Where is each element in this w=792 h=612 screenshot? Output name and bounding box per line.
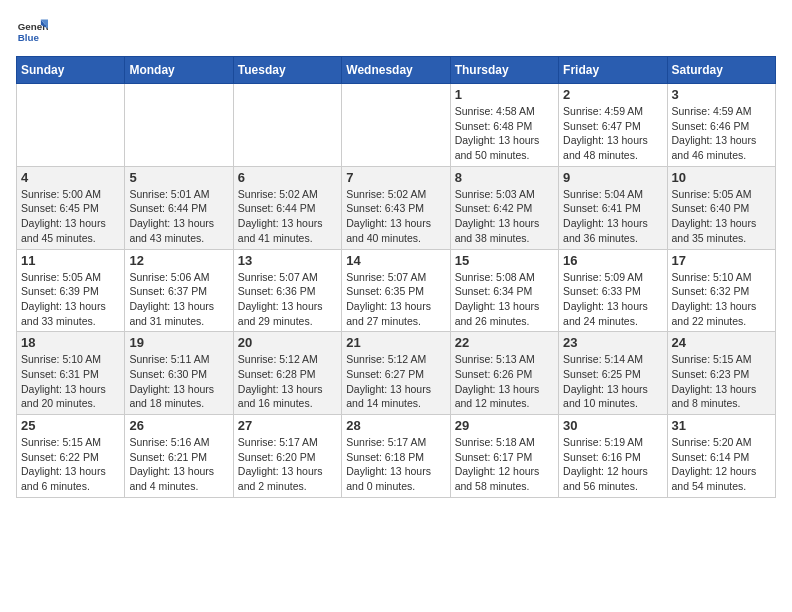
day-cell: 3Sunrise: 4:59 AM Sunset: 6:46 PM Daylig… bbox=[667, 84, 775, 167]
day-info: Sunrise: 5:15 AM Sunset: 6:22 PM Dayligh… bbox=[21, 435, 120, 494]
week-row-5: 25Sunrise: 5:15 AM Sunset: 6:22 PM Dayli… bbox=[17, 415, 776, 498]
day-cell: 17Sunrise: 5:10 AM Sunset: 6:32 PM Dayli… bbox=[667, 249, 775, 332]
day-info: Sunrise: 5:01 AM Sunset: 6:44 PM Dayligh… bbox=[129, 187, 228, 246]
day-info: Sunrise: 5:17 AM Sunset: 6:18 PM Dayligh… bbox=[346, 435, 445, 494]
day-cell: 5Sunrise: 5:01 AM Sunset: 6:44 PM Daylig… bbox=[125, 166, 233, 249]
day-number: 26 bbox=[129, 418, 228, 433]
day-cell: 19Sunrise: 5:11 AM Sunset: 6:30 PM Dayli… bbox=[125, 332, 233, 415]
day-info: Sunrise: 5:08 AM Sunset: 6:34 PM Dayligh… bbox=[455, 270, 554, 329]
day-cell: 12Sunrise: 5:06 AM Sunset: 6:37 PM Dayli… bbox=[125, 249, 233, 332]
day-info: Sunrise: 5:16 AM Sunset: 6:21 PM Dayligh… bbox=[129, 435, 228, 494]
day-info: Sunrise: 4:58 AM Sunset: 6:48 PM Dayligh… bbox=[455, 104, 554, 163]
day-number: 15 bbox=[455, 253, 554, 268]
day-cell: 8Sunrise: 5:03 AM Sunset: 6:42 PM Daylig… bbox=[450, 166, 558, 249]
day-number: 2 bbox=[563, 87, 662, 102]
day-info: Sunrise: 5:12 AM Sunset: 6:28 PM Dayligh… bbox=[238, 352, 337, 411]
day-cell: 11Sunrise: 5:05 AM Sunset: 6:39 PM Dayli… bbox=[17, 249, 125, 332]
header-sunday: Sunday bbox=[17, 57, 125, 84]
day-number: 28 bbox=[346, 418, 445, 433]
header-tuesday: Tuesday bbox=[233, 57, 341, 84]
day-number: 30 bbox=[563, 418, 662, 433]
day-number: 25 bbox=[21, 418, 120, 433]
day-number: 18 bbox=[21, 335, 120, 350]
day-cell: 6Sunrise: 5:02 AM Sunset: 6:44 PM Daylig… bbox=[233, 166, 341, 249]
day-info: Sunrise: 5:07 AM Sunset: 6:36 PM Dayligh… bbox=[238, 270, 337, 329]
day-number: 8 bbox=[455, 170, 554, 185]
day-cell: 23Sunrise: 5:14 AM Sunset: 6:25 PM Dayli… bbox=[559, 332, 667, 415]
day-info: Sunrise: 5:00 AM Sunset: 6:45 PM Dayligh… bbox=[21, 187, 120, 246]
day-cell: 28Sunrise: 5:17 AM Sunset: 6:18 PM Dayli… bbox=[342, 415, 450, 498]
day-cell bbox=[342, 84, 450, 167]
day-cell: 31Sunrise: 5:20 AM Sunset: 6:14 PM Dayli… bbox=[667, 415, 775, 498]
day-cell: 1Sunrise: 4:58 AM Sunset: 6:48 PM Daylig… bbox=[450, 84, 558, 167]
page-header: General Blue bbox=[16, 16, 776, 48]
day-info: Sunrise: 5:20 AM Sunset: 6:14 PM Dayligh… bbox=[672, 435, 771, 494]
day-cell: 29Sunrise: 5:18 AM Sunset: 6:17 PM Dayli… bbox=[450, 415, 558, 498]
day-cell bbox=[17, 84, 125, 167]
day-number: 22 bbox=[455, 335, 554, 350]
day-number: 24 bbox=[672, 335, 771, 350]
day-cell: 4Sunrise: 5:00 AM Sunset: 6:45 PM Daylig… bbox=[17, 166, 125, 249]
day-cell: 20Sunrise: 5:12 AM Sunset: 6:28 PM Dayli… bbox=[233, 332, 341, 415]
day-number: 9 bbox=[563, 170, 662, 185]
day-info: Sunrise: 5:04 AM Sunset: 6:41 PM Dayligh… bbox=[563, 187, 662, 246]
day-cell: 22Sunrise: 5:13 AM Sunset: 6:26 PM Dayli… bbox=[450, 332, 558, 415]
day-cell: 24Sunrise: 5:15 AM Sunset: 6:23 PM Dayli… bbox=[667, 332, 775, 415]
week-row-3: 11Sunrise: 5:05 AM Sunset: 6:39 PM Dayli… bbox=[17, 249, 776, 332]
day-cell: 2Sunrise: 4:59 AM Sunset: 6:47 PM Daylig… bbox=[559, 84, 667, 167]
day-number: 5 bbox=[129, 170, 228, 185]
header-friday: Friday bbox=[559, 57, 667, 84]
day-cell: 7Sunrise: 5:02 AM Sunset: 6:43 PM Daylig… bbox=[342, 166, 450, 249]
day-number: 4 bbox=[21, 170, 120, 185]
day-number: 11 bbox=[21, 253, 120, 268]
day-number: 23 bbox=[563, 335, 662, 350]
day-cell: 30Sunrise: 5:19 AM Sunset: 6:16 PM Dayli… bbox=[559, 415, 667, 498]
day-cell: 9Sunrise: 5:04 AM Sunset: 6:41 PM Daylig… bbox=[559, 166, 667, 249]
weekday-header-row: SundayMondayTuesdayWednesdayThursdayFrid… bbox=[17, 57, 776, 84]
day-number: 7 bbox=[346, 170, 445, 185]
day-number: 19 bbox=[129, 335, 228, 350]
day-cell bbox=[233, 84, 341, 167]
day-cell bbox=[125, 84, 233, 167]
day-info: Sunrise: 5:10 AM Sunset: 6:32 PM Dayligh… bbox=[672, 270, 771, 329]
day-cell: 25Sunrise: 5:15 AM Sunset: 6:22 PM Dayli… bbox=[17, 415, 125, 498]
day-info: Sunrise: 5:15 AM Sunset: 6:23 PM Dayligh… bbox=[672, 352, 771, 411]
day-info: Sunrise: 5:14 AM Sunset: 6:25 PM Dayligh… bbox=[563, 352, 662, 411]
day-cell: 15Sunrise: 5:08 AM Sunset: 6:34 PM Dayli… bbox=[450, 249, 558, 332]
logo: General Blue bbox=[16, 16, 48, 48]
day-cell: 16Sunrise: 5:09 AM Sunset: 6:33 PM Dayli… bbox=[559, 249, 667, 332]
header-saturday: Saturday bbox=[667, 57, 775, 84]
day-info: Sunrise: 5:07 AM Sunset: 6:35 PM Dayligh… bbox=[346, 270, 445, 329]
day-cell: 21Sunrise: 5:12 AM Sunset: 6:27 PM Dayli… bbox=[342, 332, 450, 415]
day-number: 20 bbox=[238, 335, 337, 350]
calendar-table: SundayMondayTuesdayWednesdayThursdayFrid… bbox=[16, 56, 776, 498]
week-row-1: 1Sunrise: 4:58 AM Sunset: 6:48 PM Daylig… bbox=[17, 84, 776, 167]
day-cell: 10Sunrise: 5:05 AM Sunset: 6:40 PM Dayli… bbox=[667, 166, 775, 249]
day-info: Sunrise: 5:03 AM Sunset: 6:42 PM Dayligh… bbox=[455, 187, 554, 246]
header-monday: Monday bbox=[125, 57, 233, 84]
day-info: Sunrise: 5:17 AM Sunset: 6:20 PM Dayligh… bbox=[238, 435, 337, 494]
day-info: Sunrise: 5:06 AM Sunset: 6:37 PM Dayligh… bbox=[129, 270, 228, 329]
week-row-4: 18Sunrise: 5:10 AM Sunset: 6:31 PM Dayli… bbox=[17, 332, 776, 415]
logo-icon: General Blue bbox=[16, 16, 48, 48]
day-info: Sunrise: 5:10 AM Sunset: 6:31 PM Dayligh… bbox=[21, 352, 120, 411]
day-number: 27 bbox=[238, 418, 337, 433]
day-cell: 18Sunrise: 5:10 AM Sunset: 6:31 PM Dayli… bbox=[17, 332, 125, 415]
day-info: Sunrise: 5:05 AM Sunset: 6:39 PM Dayligh… bbox=[21, 270, 120, 329]
day-info: Sunrise: 4:59 AM Sunset: 6:47 PM Dayligh… bbox=[563, 104, 662, 163]
day-number: 31 bbox=[672, 418, 771, 433]
header-wednesday: Wednesday bbox=[342, 57, 450, 84]
day-number: 12 bbox=[129, 253, 228, 268]
day-info: Sunrise: 5:18 AM Sunset: 6:17 PM Dayligh… bbox=[455, 435, 554, 494]
day-info: Sunrise: 5:13 AM Sunset: 6:26 PM Dayligh… bbox=[455, 352, 554, 411]
day-cell: 14Sunrise: 5:07 AM Sunset: 6:35 PM Dayli… bbox=[342, 249, 450, 332]
day-cell: 27Sunrise: 5:17 AM Sunset: 6:20 PM Dayli… bbox=[233, 415, 341, 498]
day-info: Sunrise: 5:12 AM Sunset: 6:27 PM Dayligh… bbox=[346, 352, 445, 411]
week-row-2: 4Sunrise: 5:00 AM Sunset: 6:45 PM Daylig… bbox=[17, 166, 776, 249]
day-info: Sunrise: 5:19 AM Sunset: 6:16 PM Dayligh… bbox=[563, 435, 662, 494]
day-number: 13 bbox=[238, 253, 337, 268]
day-info: Sunrise: 5:02 AM Sunset: 6:44 PM Dayligh… bbox=[238, 187, 337, 246]
day-number: 14 bbox=[346, 253, 445, 268]
day-number: 21 bbox=[346, 335, 445, 350]
day-info: Sunrise: 5:05 AM Sunset: 6:40 PM Dayligh… bbox=[672, 187, 771, 246]
